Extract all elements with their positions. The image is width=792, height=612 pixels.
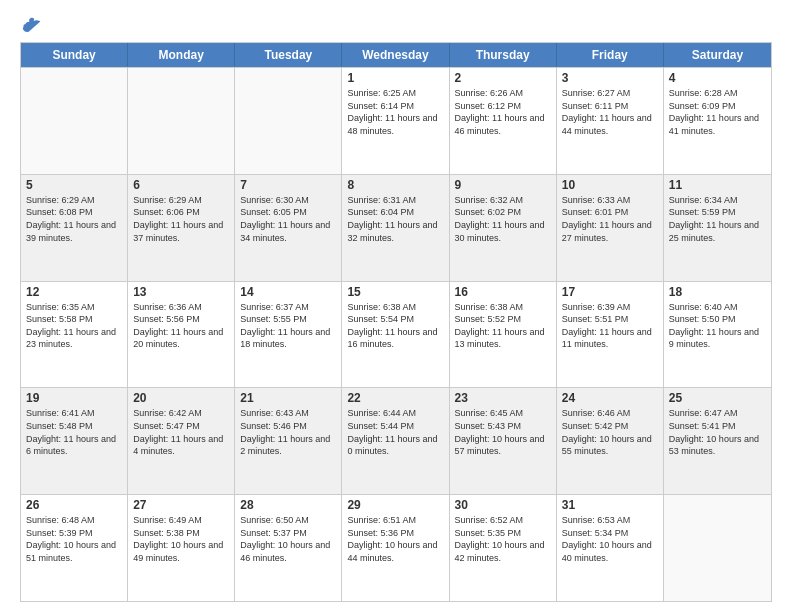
day-number: 3 [562, 71, 658, 85]
weekday-header-thursday: Thursday [450, 43, 557, 67]
calendar-row-1: 5Sunrise: 6:29 AMSunset: 6:08 PMDaylight… [21, 174, 771, 281]
sun-info: Sunrise: 6:34 AMSunset: 5:59 PMDaylight:… [669, 194, 766, 244]
day-number: 7 [240, 178, 336, 192]
day-number: 6 [133, 178, 229, 192]
calendar-cell: 15Sunrise: 6:38 AMSunset: 5:54 PMDayligh… [342, 282, 449, 388]
day-number: 25 [669, 391, 766, 405]
sun-info: Sunrise: 6:50 AMSunset: 5:37 PMDaylight:… [240, 514, 336, 564]
calendar-cell: 28Sunrise: 6:50 AMSunset: 5:37 PMDayligh… [235, 495, 342, 601]
calendar-cell: 8Sunrise: 6:31 AMSunset: 6:04 PMDaylight… [342, 175, 449, 281]
day-number: 18 [669, 285, 766, 299]
sun-info: Sunrise: 6:40 AMSunset: 5:50 PMDaylight:… [669, 301, 766, 351]
day-number: 22 [347, 391, 443, 405]
day-number: 17 [562, 285, 658, 299]
calendar-cell: 5Sunrise: 6:29 AMSunset: 6:08 PMDaylight… [21, 175, 128, 281]
calendar-cell: 30Sunrise: 6:52 AMSunset: 5:35 PMDayligh… [450, 495, 557, 601]
day-number: 9 [455, 178, 551, 192]
day-number: 8 [347, 178, 443, 192]
day-number: 30 [455, 498, 551, 512]
calendar-cell: 3Sunrise: 6:27 AMSunset: 6:11 PMDaylight… [557, 68, 664, 174]
sun-info: Sunrise: 6:29 AMSunset: 6:08 PMDaylight:… [26, 194, 122, 244]
calendar-cell: 11Sunrise: 6:34 AMSunset: 5:59 PMDayligh… [664, 175, 771, 281]
day-number: 24 [562, 391, 658, 405]
day-number: 21 [240, 391, 336, 405]
calendar-body: 1Sunrise: 6:25 AMSunset: 6:14 PMDaylight… [21, 67, 771, 601]
calendar-cell: 4Sunrise: 6:28 AMSunset: 6:09 PMDaylight… [664, 68, 771, 174]
calendar-cell: 10Sunrise: 6:33 AMSunset: 6:01 PMDayligh… [557, 175, 664, 281]
calendar-cell: 7Sunrise: 6:30 AMSunset: 6:05 PMDaylight… [235, 175, 342, 281]
day-number: 31 [562, 498, 658, 512]
day-number: 27 [133, 498, 229, 512]
calendar-row-0: 1Sunrise: 6:25 AMSunset: 6:14 PMDaylight… [21, 67, 771, 174]
calendar-cell: 21Sunrise: 6:43 AMSunset: 5:46 PMDayligh… [235, 388, 342, 494]
calendar-cell: 19Sunrise: 6:41 AMSunset: 5:48 PMDayligh… [21, 388, 128, 494]
sun-info: Sunrise: 6:46 AMSunset: 5:42 PMDaylight:… [562, 407, 658, 457]
day-number: 5 [26, 178, 122, 192]
sun-info: Sunrise: 6:27 AMSunset: 6:11 PMDaylight:… [562, 87, 658, 137]
day-number: 13 [133, 285, 229, 299]
sun-info: Sunrise: 6:53 AMSunset: 5:34 PMDaylight:… [562, 514, 658, 564]
day-number: 1 [347, 71, 443, 85]
calendar-cell: 12Sunrise: 6:35 AMSunset: 5:58 PMDayligh… [21, 282, 128, 388]
calendar-row-2: 12Sunrise: 6:35 AMSunset: 5:58 PMDayligh… [21, 281, 771, 388]
weekday-header-sunday: Sunday [21, 43, 128, 67]
day-number: 12 [26, 285, 122, 299]
calendar-row-3: 19Sunrise: 6:41 AMSunset: 5:48 PMDayligh… [21, 387, 771, 494]
day-number: 11 [669, 178, 766, 192]
weekday-header-tuesday: Tuesday [235, 43, 342, 67]
sun-info: Sunrise: 6:44 AMSunset: 5:44 PMDaylight:… [347, 407, 443, 457]
calendar-cell: 23Sunrise: 6:45 AMSunset: 5:43 PMDayligh… [450, 388, 557, 494]
day-number: 28 [240, 498, 336, 512]
calendar-cell: 1Sunrise: 6:25 AMSunset: 6:14 PMDaylight… [342, 68, 449, 174]
calendar-cell [21, 68, 128, 174]
day-number: 20 [133, 391, 229, 405]
sun-info: Sunrise: 6:29 AMSunset: 6:06 PMDaylight:… [133, 194, 229, 244]
calendar-cell: 26Sunrise: 6:48 AMSunset: 5:39 PMDayligh… [21, 495, 128, 601]
day-number: 2 [455, 71, 551, 85]
calendar-cell [128, 68, 235, 174]
sun-info: Sunrise: 6:41 AMSunset: 5:48 PMDaylight:… [26, 407, 122, 457]
logo [20, 16, 42, 36]
calendar-cell: 20Sunrise: 6:42 AMSunset: 5:47 PMDayligh… [128, 388, 235, 494]
calendar-cell: 25Sunrise: 6:47 AMSunset: 5:41 PMDayligh… [664, 388, 771, 494]
day-number: 16 [455, 285, 551, 299]
sun-info: Sunrise: 6:37 AMSunset: 5:55 PMDaylight:… [240, 301, 336, 351]
calendar-cell: 17Sunrise: 6:39 AMSunset: 5:51 PMDayligh… [557, 282, 664, 388]
sun-info: Sunrise: 6:51 AMSunset: 5:36 PMDaylight:… [347, 514, 443, 564]
sun-info: Sunrise: 6:38 AMSunset: 5:54 PMDaylight:… [347, 301, 443, 351]
day-number: 4 [669, 71, 766, 85]
sun-info: Sunrise: 6:38 AMSunset: 5:52 PMDaylight:… [455, 301, 551, 351]
sun-info: Sunrise: 6:30 AMSunset: 6:05 PMDaylight:… [240, 194, 336, 244]
sun-info: Sunrise: 6:52 AMSunset: 5:35 PMDaylight:… [455, 514, 551, 564]
sun-info: Sunrise: 6:39 AMSunset: 5:51 PMDaylight:… [562, 301, 658, 351]
calendar-cell: 2Sunrise: 6:26 AMSunset: 6:12 PMDaylight… [450, 68, 557, 174]
calendar-cell [235, 68, 342, 174]
sun-info: Sunrise: 6:36 AMSunset: 5:56 PMDaylight:… [133, 301, 229, 351]
logo-bird-icon [22, 16, 42, 36]
sun-info: Sunrise: 6:45 AMSunset: 5:43 PMDaylight:… [455, 407, 551, 457]
calendar-cell: 18Sunrise: 6:40 AMSunset: 5:50 PMDayligh… [664, 282, 771, 388]
weekday-header-friday: Friday [557, 43, 664, 67]
sun-info: Sunrise: 6:33 AMSunset: 6:01 PMDaylight:… [562, 194, 658, 244]
calendar-cell: 22Sunrise: 6:44 AMSunset: 5:44 PMDayligh… [342, 388, 449, 494]
calendar-cell: 9Sunrise: 6:32 AMSunset: 6:02 PMDaylight… [450, 175, 557, 281]
sun-info: Sunrise: 6:28 AMSunset: 6:09 PMDaylight:… [669, 87, 766, 137]
calendar-cell: 16Sunrise: 6:38 AMSunset: 5:52 PMDayligh… [450, 282, 557, 388]
weekday-header-wednesday: Wednesday [342, 43, 449, 67]
day-number: 29 [347, 498, 443, 512]
sun-info: Sunrise: 6:25 AMSunset: 6:14 PMDaylight:… [347, 87, 443, 137]
calendar-header: SundayMondayTuesdayWednesdayThursdayFrid… [21, 43, 771, 67]
weekday-header-saturday: Saturday [664, 43, 771, 67]
sun-info: Sunrise: 6:26 AMSunset: 6:12 PMDaylight:… [455, 87, 551, 137]
sun-info: Sunrise: 6:35 AMSunset: 5:58 PMDaylight:… [26, 301, 122, 351]
day-number: 26 [26, 498, 122, 512]
sun-info: Sunrise: 6:48 AMSunset: 5:39 PMDaylight:… [26, 514, 122, 564]
sun-info: Sunrise: 6:31 AMSunset: 6:04 PMDaylight:… [347, 194, 443, 244]
day-number: 23 [455, 391, 551, 405]
sun-info: Sunrise: 6:47 AMSunset: 5:41 PMDaylight:… [669, 407, 766, 457]
calendar-cell: 6Sunrise: 6:29 AMSunset: 6:06 PMDaylight… [128, 175, 235, 281]
sun-info: Sunrise: 6:43 AMSunset: 5:46 PMDaylight:… [240, 407, 336, 457]
calendar-cell: 31Sunrise: 6:53 AMSunset: 5:34 PMDayligh… [557, 495, 664, 601]
calendar-cell [664, 495, 771, 601]
day-number: 10 [562, 178, 658, 192]
